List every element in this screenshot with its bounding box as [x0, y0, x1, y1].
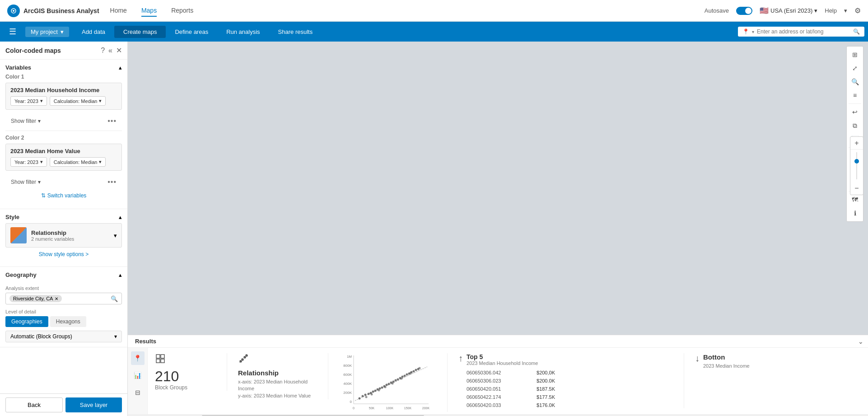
save-layer-button[interactable]: Save layer [65, 397, 122, 412]
top-nav: Home Maps Reports [110, 5, 694, 17]
info-button[interactable]: ℹ [849, 207, 861, 220]
show-style-options-button[interactable]: Show style options > [5, 248, 122, 261]
style-section-header[interactable]: Style ▴ [0, 209, 127, 223]
left-panel: Color-coded maps ? « ✕ Variables ▴ Color… [0, 42, 128, 416]
grid-view-button[interactable]: ⊞ [849, 48, 861, 61]
extent-search-icon[interactable]: 🔍 [111, 295, 118, 302]
color2-label: Color 2 [5, 135, 122, 141]
result-tab-table[interactable]: ⊟ [131, 386, 145, 399]
nav-reports[interactable]: Reports [171, 5, 193, 17]
svg-rect-59 [161, 359, 164, 363]
table-row: 060650420.033 $176.0K [467, 402, 555, 408]
style-chevron-icon: ▾ [114, 232, 117, 239]
zoom-out-button[interactable]: − [850, 182, 863, 195]
run-analysis-button[interactable]: Run analysis [217, 26, 269, 38]
geography-section-header[interactable]: Geography ▴ [0, 267, 127, 281]
bottom-title: Botton [703, 353, 750, 361]
settings-icon[interactable]: ⚙ [854, 6, 861, 15]
extent-close-icon[interactable]: ✕ [55, 296, 58, 301]
variable1-year-dropdown[interactable]: Year: 2023 ▾ [10, 96, 47, 106]
results-expand-button[interactable]: ⌄ [858, 338, 863, 345]
variable2-calc-dropdown[interactable]: Calculation: Median ▾ [50, 157, 106, 167]
auto-select-dropdown[interactable]: Automatic (Block Groups) ▾ [5, 331, 122, 342]
panel-collapse-icon[interactable]: « [108, 47, 112, 55]
panel-title: Color-coded maps [5, 47, 61, 54]
show-filter2-label: Show filter [11, 179, 36, 185]
autosave-toggle[interactable] [736, 7, 752, 15]
svg-text:800K: 800K [343, 364, 352, 368]
calc1-chevron-icon: ▾ [99, 98, 102, 104]
geography-section-body: Analysis extent Riverside City, CA ✕ 🔍 L… [0, 281, 127, 347]
variables-section-header[interactable]: Variables ▴ [0, 60, 127, 74]
variables-collapse-icon: ▴ [119, 64, 122, 71]
filter2-chevron-icon: ▾ [38, 179, 41, 185]
result-tab-map[interactable]: 📍 [131, 351, 145, 365]
bottom-arrow-icon: ↓ [695, 353, 700, 364]
level-detail-label: Level of detail [5, 309, 122, 314]
map-right-toolbar: ⊞ ⤢ 🔍 ≡ ↩ ⧉ 📊 ⌂ ◎ ▭ 🗺 ℹ [846, 46, 863, 222]
panel-help-icon[interactable]: ? [101, 47, 105, 55]
back-button[interactable]: Back [5, 397, 63, 412]
bottom-sub: 2023 Median Income [703, 363, 750, 369]
style-card[interactable]: Relationship 2 numeric variables ▾ [5, 223, 122, 248]
address-search-bar[interactable]: 📍 ▾ 🔍 [738, 27, 864, 37]
variable2-card: 2023 Median Home Value Year: 2023 ▾ Calc… [5, 144, 122, 171]
top5-id-1: 060650306.042 [467, 370, 521, 375]
tab-hexagons[interactable]: Hexagons [50, 316, 86, 327]
legend-button[interactable]: ≡ [849, 89, 861, 102]
create-maps-button[interactable]: Create maps [114, 26, 166, 38]
hamburger-button[interactable]: ☰ [4, 22, 22, 42]
results-body: 📍 📊 ⊟ [128, 348, 868, 414]
nav-maps[interactable]: Maps [141, 5, 157, 17]
share-results-button[interactable]: Share results [269, 26, 322, 38]
result-tab-chart[interactable]: 📊 [131, 369, 145, 382]
layers-button[interactable]: ⧉ [849, 119, 861, 132]
svg-point-110 [401, 378, 403, 380]
variable1-calc-dropdown[interactable]: Calculation: Median ▾ [50, 96, 106, 106]
top5-title: Top 5 [467, 353, 555, 360]
map-background [128, 42, 868, 335]
search-tool-button[interactable]: 🔍 [849, 75, 861, 88]
map-container[interactable]: Chino Chino Airport Eastvale Jurupa Vall… [128, 42, 868, 335]
block-groups-count: 210 [155, 369, 216, 383]
table-row: 060650422.174 $177.5K [467, 394, 555, 400]
auto-select-label: Automatic (Block Groups) [10, 333, 72, 340]
svg-rect-57 [161, 355, 164, 358]
tab-geographies[interactable]: Geographies [5, 316, 48, 327]
project-selector[interactable]: My project ▾ [25, 27, 69, 37]
show-filter1-button[interactable]: Show filter ▾ [11, 118, 41, 124]
variable2-more-button[interactable]: ••• [107, 178, 117, 186]
add-data-button[interactable]: Add data [73, 26, 114, 38]
top5-arrow-icon: ↑ [458, 353, 463, 364]
svg-point-88 [381, 387, 383, 389]
country-selector[interactable]: 🇺🇸 USA (Esri 2023) ▾ [760, 6, 817, 15]
zoom-handle[interactable] [854, 159, 859, 164]
nav-home[interactable]: Home [110, 5, 127, 17]
svg-point-2 [13, 10, 14, 12]
switch-variables-button[interactable]: ⇅ Switch variables [5, 190, 122, 203]
svg-point-91 [388, 383, 390, 385]
results-header: Results ⌄ [128, 335, 868, 348]
panel-header: Color-coded maps ? « ✕ [0, 42, 127, 60]
basemap-button[interactable]: 🗺 [849, 193, 861, 206]
address-search-input[interactable] [757, 28, 850, 35]
help-button[interactable]: Help [825, 7, 837, 14]
variable1-more-button[interactable]: ••• [107, 117, 117, 125]
undo-button[interactable]: ↩ [849, 106, 861, 118]
results-scrollbar[interactable] [128, 414, 868, 416]
panel-close-icon[interactable]: ✕ [116, 46, 122, 55]
show-style-options-label: Show style options > [39, 251, 89, 257]
year1-chevron-icon: ▾ [40, 98, 43, 104]
variable2-name: 2023 Median Home Value [10, 148, 117, 154]
svg-rect-56 [156, 355, 160, 358]
show-filter2-button[interactable]: Show filter ▾ [11, 179, 41, 185]
block-groups-icon [155, 353, 216, 366]
define-areas-button[interactable]: Define areas [166, 26, 217, 38]
block-groups-card: 210 Block Groups [155, 353, 227, 391]
expand-button[interactable]: ⤢ [849, 62, 861, 75]
svg-text:0: 0 [353, 407, 355, 410]
zoom-in-button[interactable]: + [850, 137, 863, 150]
variable2-year-dropdown[interactable]: Year: 2023 ▾ [10, 157, 47, 167]
top-right-bar: Autosave 🇺🇸 USA (Esri 2023) ▾ Help ▾ ⚙ [705, 6, 861, 15]
search-magnifier-icon[interactable]: 🔍 [853, 28, 860, 35]
